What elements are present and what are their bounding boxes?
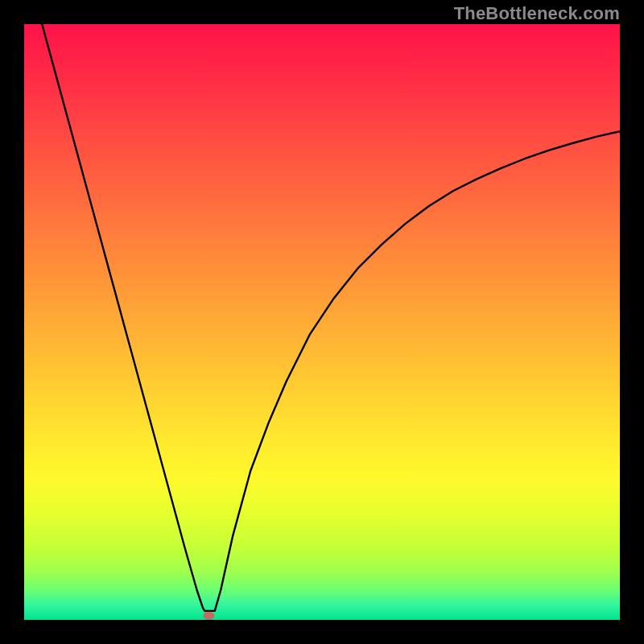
chart-frame: TheBottleneck.com bbox=[0, 0, 644, 644]
watermark-text: TheBottleneck.com bbox=[454, 3, 620, 24]
plot-area bbox=[24, 24, 620, 620]
gradient-background bbox=[24, 24, 620, 620]
optimum-marker bbox=[203, 612, 214, 620]
chart-svg bbox=[24, 24, 620, 620]
